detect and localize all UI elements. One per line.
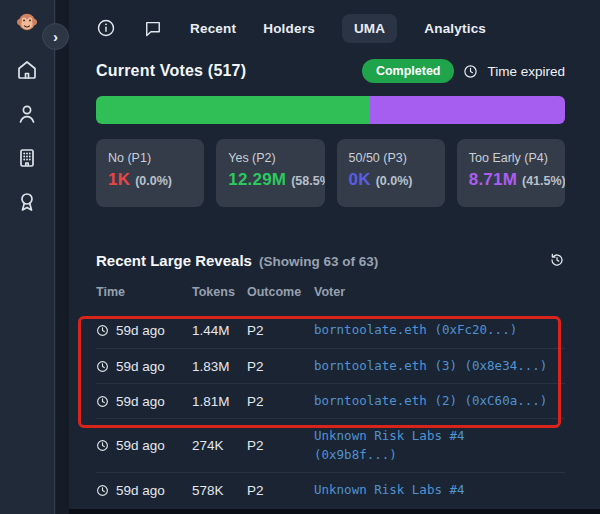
top-navigation: Recent Holders UMA Analytics — [96, 0, 565, 42]
row-outcome: P2 — [247, 323, 314, 338]
tab-analytics[interactable]: Analytics — [424, 21, 486, 36]
card-percent: (58.5%) — [291, 174, 324, 188]
progress-purple-segment — [370, 96, 565, 124]
organization-icon[interactable] — [15, 146, 39, 170]
clock-icon — [96, 360, 109, 373]
row-tokens: 1.44M — [192, 323, 247, 338]
column-tokens: Tokens — [192, 285, 247, 299]
table-row: 59d ago 1.81M P2 borntoolate.eth (2) (0x… — [96, 383, 565, 418]
voter-link[interactable]: borntoolate.eth (3) (0x8e34...) — [314, 357, 547, 375]
current-votes-title: Current Votes (517) — [96, 62, 246, 80]
clock-icon — [96, 395, 109, 408]
card-value: 1K — [108, 170, 130, 189]
main-panel: Recent Holders UMA Analytics Current Vot… — [69, 0, 600, 514]
reveals-table-header: Time Tokens Outcome Voter — [96, 285, 565, 313]
bottom-edge — [69, 509, 600, 514]
card-value: 12.29M — [228, 170, 286, 189]
column-outcome: Outcome — [247, 285, 314, 299]
clock-icon — [96, 439, 109, 452]
card-value: 8.71M — [469, 170, 517, 189]
current-votes-header: Current Votes (517) Completed Time expir… — [96, 58, 565, 84]
column-time: Time — [96, 285, 192, 299]
column-voter: Voter — [314, 285, 565, 299]
card-label: Yes (P2) — [228, 151, 312, 165]
table-row: 59d ago 1.44M P2 borntoolate.eth (0xFc20… — [96, 313, 565, 348]
user-avatar-monkey[interactable] — [16, 11, 38, 33]
row-time: 59d ago — [116, 394, 165, 409]
voter-link[interactable]: Unknown Risk Labs #4 — [314, 481, 465, 499]
row-tokens: 274K — [192, 438, 247, 453]
row-outcome: P2 — [247, 438, 314, 453]
collapsed-panel-gutter — [56, 0, 69, 514]
card-label: Too Early (P4) — [469, 151, 553, 165]
row-outcome: P2 — [247, 359, 314, 374]
row-tokens: 1.83M — [192, 359, 247, 374]
tab-uma[interactable]: UMA — [342, 14, 397, 43]
profile-icon[interactable] — [15, 102, 39, 126]
card-label: No (P1) — [108, 151, 192, 165]
voter-link[interactable]: borntoolate.eth (0xFc20...) — [314, 321, 517, 339]
sidebar-expand-button[interactable]: › — [42, 23, 69, 50]
vote-stat-cards: No (P1) 1K(0.0%) Yes (P2) 12.29M(58.5%) … — [96, 139, 565, 207]
reveals-count: (Showing 63 of 63) — [259, 254, 378, 269]
clock-icon — [96, 484, 109, 497]
table-row: 59d ago 578K P2 Unknown Risk Labs #4 — [96, 472, 565, 507]
progress-green-segment — [96, 96, 370, 124]
history-icon[interactable] — [549, 252, 565, 268]
table-row: 59d ago 274K P2 Unknown Risk Labs #4 (0x… — [96, 418, 565, 472]
row-tokens: 1.81M — [192, 394, 247, 409]
tab-holders[interactable]: Holders — [263, 21, 315, 36]
tab-recent[interactable]: Recent — [190, 21, 236, 36]
row-tokens: 578K — [192, 483, 247, 498]
stat-card-yes-p2: Yes (P2) 12.29M(58.5%) — [216, 139, 324, 207]
stat-card-no-p1: No (P1) 1K(0.0%) — [96, 139, 204, 207]
row-outcome: P2 — [247, 394, 314, 409]
home-icon[interactable] — [15, 58, 39, 82]
sidebar — [0, 0, 55, 514]
completed-badge: Completed — [362, 59, 455, 83]
card-label: 50/50 (P3) — [349, 151, 433, 165]
stat-card-tooearly-p4: Too Early (P4) 8.71M(41.5%) — [457, 139, 565, 207]
voter-link[interactable]: Unknown Risk Labs #4 (0x9b8f...) — [314, 427, 552, 463]
vote-status: Completed Time expired — [362, 59, 565, 83]
row-outcome: P2 — [247, 483, 314, 498]
row-time: 59d ago — [116, 359, 165, 374]
stat-card-5050-p3: 50/50 (P3) 0K(0.0%) — [337, 139, 445, 207]
info-icon[interactable] — [96, 18, 116, 38]
clock-icon — [463, 64, 478, 79]
card-percent: (41.5%) — [522, 174, 565, 188]
table-row: 59d ago 1.83M P2 borntoolate.eth (3) (0x… — [96, 348, 565, 383]
card-percent: (0.0%) — [376, 174, 413, 188]
voter-link[interactable]: borntoolate.eth (2) (0xC60a...) — [314, 392, 547, 410]
reveals-title: Recent Large Reveals — [96, 252, 252, 269]
chat-icon[interactable] — [143, 18, 163, 38]
card-value: 0K — [349, 170, 371, 189]
time-expired-label: Time expired — [487, 64, 565, 79]
reveals-header: Recent Large Reveals (Showing 63 of 63) — [96, 249, 565, 271]
clock-icon — [96, 324, 109, 337]
row-time: 59d ago — [116, 323, 165, 338]
row-time: 59d ago — [116, 438, 165, 453]
awards-icon[interactable] — [15, 190, 39, 214]
card-percent: (0.0%) — [135, 174, 172, 188]
row-time: 59d ago — [116, 483, 165, 498]
vote-progress-bar — [96, 96, 565, 124]
